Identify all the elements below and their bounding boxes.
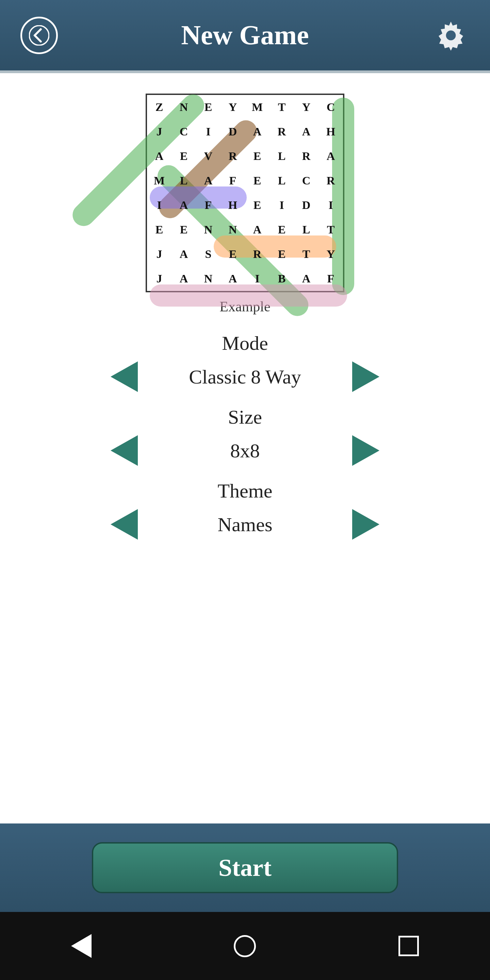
back-button[interactable] (21, 17, 58, 54)
start-button-label: Start (218, 854, 272, 882)
cell-5-0: E (147, 218, 172, 242)
nav-home-button[interactable] (234, 935, 256, 957)
cell-7-7: F (318, 266, 343, 291)
nav-recent-button[interactable] (398, 936, 419, 956)
cell-6-3: E (221, 242, 245, 266)
mode-next-button[interactable] (350, 361, 381, 392)
cell-4-5: I (269, 193, 294, 218)
cell-6-0: J (147, 242, 172, 266)
grid-row-7: J A N A I B A F (147, 266, 343, 291)
cell-1-2: I (196, 119, 221, 144)
size-next-button[interactable] (350, 435, 381, 466)
cell-4-6: D (294, 193, 318, 218)
cell-4-1: A (172, 193, 196, 218)
page-title: New Game (58, 20, 432, 51)
grid-row-2: A E V R E L R A (147, 144, 343, 169)
gear-icon (436, 20, 466, 51)
cell-0-5: T (269, 95, 294, 119)
cell-3-7: R (318, 169, 343, 193)
cell-4-0: I (147, 193, 172, 218)
cell-6-4: R (245, 242, 269, 266)
nav-recent-icon (398, 936, 419, 956)
size-section: Size 8x8 (0, 406, 490, 466)
cell-7-0: J (147, 266, 172, 291)
navigation-bar (0, 912, 490, 980)
theme-value: Names (160, 513, 330, 536)
cell-2-2: V (196, 144, 221, 169)
cell-1-1: C (172, 119, 196, 144)
cell-5-7: T (318, 218, 343, 242)
mode-right-arrow-icon (352, 361, 379, 392)
cell-2-4: E (245, 144, 269, 169)
bottom-bar: Start (0, 824, 490, 912)
cell-6-7: Y (318, 242, 343, 266)
nav-home-icon (234, 935, 256, 957)
grid-container: Z N E Y M T Y C J C I D A R A H (146, 94, 344, 332)
cell-4-4: E (245, 193, 269, 218)
cell-6-6: T (294, 242, 318, 266)
cell-5-1: E (172, 218, 196, 242)
cell-3-6: C (294, 169, 318, 193)
cell-2-5: L (269, 144, 294, 169)
grid-row-3: M L A F E L C R (147, 169, 343, 193)
cell-2-0: A (147, 144, 172, 169)
grid-row-1: J C I D A R A H (147, 119, 343, 144)
cell-3-3: F (221, 169, 245, 193)
cell-3-1: L (172, 169, 196, 193)
cell-4-7: I (318, 193, 343, 218)
nav-back-icon (71, 934, 92, 958)
cell-2-3: R (221, 144, 245, 169)
nav-back-button[interactable] (71, 934, 92, 958)
cell-1-6: A (294, 119, 318, 144)
mode-section: Mode Classic 8 Way (0, 332, 490, 392)
cell-4-2: F (196, 193, 221, 218)
grid-row-5: E E N N A E L T (147, 218, 343, 242)
cell-5-6: L (294, 218, 318, 242)
size-prev-button[interactable] (109, 435, 140, 466)
theme-selector-row: Names (0, 509, 490, 540)
cell-5-2: N (196, 218, 221, 242)
cell-7-2: N (196, 266, 221, 291)
grid-row-4: I A F H E I D I (147, 193, 343, 218)
size-left-arrow-icon (111, 435, 138, 466)
theme-prev-button[interactable] (109, 509, 140, 540)
grid-row-6: J A S E R E T Y (147, 242, 343, 266)
mode-prev-button[interactable] (109, 361, 140, 392)
header: New Game (0, 0, 490, 70)
cell-0-6: Y (294, 95, 318, 119)
cell-0-7: C (318, 95, 343, 119)
cell-3-2: A (196, 169, 221, 193)
cell-7-3: A (221, 266, 245, 291)
theme-section: Theme Names (0, 479, 490, 540)
svg-point-0 (29, 25, 49, 45)
size-selector-row: 8x8 (0, 435, 490, 466)
svg-point-1 (446, 30, 456, 40)
cell-1-5: R (269, 119, 294, 144)
cell-7-1: A (172, 266, 196, 291)
settings-button[interactable] (432, 17, 469, 54)
cell-0-0: Z (147, 95, 172, 119)
cell-4-3: H (221, 193, 245, 218)
cell-1-0: J (147, 119, 172, 144)
cell-6-2: S (196, 242, 221, 266)
cell-3-5: L (269, 169, 294, 193)
cell-2-6: R (294, 144, 318, 169)
cell-5-3: N (221, 218, 245, 242)
cell-3-0: M (147, 169, 172, 193)
start-button[interactable]: Start (92, 842, 398, 893)
cell-7-6: A (294, 266, 318, 291)
cell-7-4: I (245, 266, 269, 291)
cell-6-1: A (172, 242, 196, 266)
cell-0-2: E (196, 95, 221, 119)
theme-left-arrow-icon (111, 509, 138, 540)
main-content: Z N E Y M T Y C J C I D A R A H (0, 73, 490, 553)
cell-1-4: A (245, 119, 269, 144)
back-icon (29, 25, 49, 46)
cell-0-1: N (172, 95, 196, 119)
header-divider (0, 70, 490, 73)
cell-2-7: A (318, 144, 343, 169)
cell-7-5: B (269, 266, 294, 291)
size-right-arrow-icon (352, 435, 379, 466)
theme-next-button[interactable] (350, 509, 381, 540)
cell-1-3: D (221, 119, 245, 144)
